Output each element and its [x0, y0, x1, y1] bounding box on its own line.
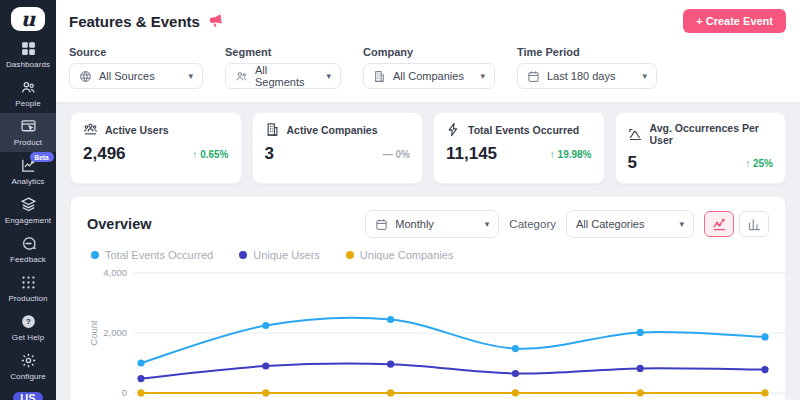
sidebar-item-label: Configure	[10, 372, 46, 381]
chevron-down-icon: ▾	[642, 71, 647, 81]
arrow-up-icon: ↑	[745, 158, 750, 169]
chart-type-toggle	[704, 211, 769, 237]
legend-dot	[346, 251, 354, 259]
line-chart-toggle-button[interactable]	[704, 211, 734, 237]
segment-icon	[235, 70, 248, 83]
stat-value: 11,145	[446, 144, 497, 164]
chevron-down-icon: ▾	[326, 71, 331, 81]
filter-label: Segment	[225, 46, 341, 58]
active-users-icon	[83, 122, 98, 137]
dash-icon: —	[383, 149, 393, 160]
segment-dropdown[interactable]: All Segments ▾	[225, 63, 341, 89]
stat-card-active-companies: Active Companies 3 — 0%	[252, 112, 424, 184]
dropdown-value: Last 180 days	[547, 70, 616, 82]
company-dropdown[interactable]: All Companies ▾	[363, 63, 495, 89]
sidebar: u Dashboards People Product Beta Analyti…	[0, 0, 56, 400]
create-event-button[interactable]: + Create Event	[683, 9, 786, 33]
overview-card: Overview Monthly ▾ Category All Categori…	[70, 196, 786, 400]
stat-card-active-users: Active Users 2,496 ↑ 0.65%	[70, 112, 242, 184]
sidebar-item-analytics[interactable]: Beta Analytics	[0, 152, 56, 191]
sidebar-item-label: Engagement	[5, 216, 51, 225]
filter-bar: Source All Sources ▾ Segment All Segment…	[56, 42, 800, 102]
sidebar-item-label: People	[15, 99, 41, 108]
stat-title: Total Events Occurred	[468, 124, 579, 136]
sidebar-item-configure[interactable]: Configure	[0, 347, 56, 386]
help-icon: ?	[20, 313, 37, 330]
sidebar-item-label: Feedback	[10, 255, 46, 264]
company-icon	[373, 70, 386, 83]
filter-source: Source All Sources ▾	[69, 46, 203, 89]
sidebar-item-engagement[interactable]: Engagement	[0, 191, 56, 230]
stat-delta: ↑ 19.98%	[550, 149, 592, 160]
sidebar-item-label: Analytics	[12, 177, 45, 186]
chevron-down-icon: ▾	[480, 71, 485, 81]
legend-item-unique-users[interactable]: Unique Users	[239, 249, 320, 261]
bar-chart-toggle-button[interactable]	[739, 211, 769, 237]
stat-title: Avg. Occurrences Per User	[650, 122, 774, 146]
filter-time-period: Time Period Last 180 days ▾	[517, 46, 657, 89]
gear-icon	[20, 352, 37, 369]
people-icon	[20, 79, 37, 96]
category-dropdown[interactable]: All Categories ▾	[566, 210, 694, 238]
feedback-icon	[20, 235, 37, 252]
category-label: Category	[509, 218, 556, 230]
sidebar-item-label: Product	[14, 138, 42, 147]
beta-badge: Beta	[30, 152, 54, 162]
stat-value: 2,496	[83, 144, 126, 164]
stats-row: Active Users 2,496 ↑ 0.65% Active Compan…	[70, 112, 786, 184]
chart-area: 02,0004,000CountAug 2023Sep 2023Oct 2023…	[87, 263, 769, 400]
dropdown-value: All Segments	[255, 64, 319, 88]
sidebar-item-label: Dashboards	[6, 60, 50, 69]
engagement-icon	[20, 196, 37, 213]
sidebar-item-label: Production	[8, 294, 47, 303]
filter-label: Time Period	[517, 46, 657, 58]
chevron-down-icon: ▾	[188, 71, 193, 81]
content-area: Active Users 2,496 ↑ 0.65% Active Compan…	[56, 102, 800, 400]
filter-segment: Segment All Segments ▾	[225, 46, 341, 89]
stat-card-total-events: Total Events Occurred 11,145 ↑ 19.98%	[433, 112, 605, 184]
sidebar-item-people[interactable]: People	[0, 74, 56, 113]
legend-label: Unique Users	[253, 249, 320, 261]
userpilot-logo[interactable]: u	[11, 7, 45, 31]
filter-company: Company All Companies ▾	[363, 46, 495, 89]
sidebar-item-feedback[interactable]: Feedback	[0, 230, 56, 269]
stat-value: 3	[265, 144, 274, 164]
stat-title: Active Users	[105, 124, 169, 136]
lightning-icon	[446, 122, 461, 137]
source-dropdown[interactable]: All Sources ▾	[69, 63, 203, 89]
legend-label: Total Events Occurred	[105, 249, 213, 261]
calendar-icon	[375, 218, 388, 231]
dropdown-value: All Categories	[576, 218, 644, 230]
legend-item-total-events[interactable]: Total Events Occurred	[91, 249, 213, 261]
source-icon	[79, 70, 92, 83]
sidebar-item-product[interactable]: Product	[0, 113, 56, 152]
svg-text:Count: Count	[88, 320, 99, 346]
svg-text:2,000: 2,000	[103, 327, 127, 338]
user-avatar[interactable]: US	[13, 392, 43, 400]
sidebar-item-production[interactable]: Production	[0, 269, 56, 308]
time-period-dropdown[interactable]: Last 180 days ▾	[517, 63, 657, 89]
product-icon	[20, 118, 37, 135]
stat-card-avg-occurrences: Avg. Occurrences Per User 5 ↑ 25%	[615, 112, 787, 184]
sidebar-item-dashboards[interactable]: Dashboards	[0, 35, 56, 74]
arrow-up-icon: ↑	[550, 149, 555, 160]
page-header: Features & Events + Create Event	[56, 0, 800, 42]
dropdown-value: Monthly	[395, 218, 434, 230]
stat-title: Active Companies	[287, 124, 378, 136]
stat-delta: — 0%	[383, 149, 410, 160]
chevron-down-icon: ▾	[485, 219, 490, 229]
stat-delta: ↑ 0.65%	[192, 149, 228, 160]
period-dropdown[interactable]: Monthly ▾	[365, 210, 499, 238]
sidebar-item-get-help[interactable]: ? Get Help	[0, 308, 56, 347]
dashboards-icon	[20, 40, 37, 57]
stat-delta: ↑ 25%	[745, 158, 773, 169]
arrow-up-icon: ↑	[192, 149, 197, 160]
main-area: Features & Events + Create Event Source …	[56, 0, 800, 400]
analytics-icon: Beta	[20, 157, 37, 174]
chart-legend: Total Events Occurred Unique Users Uniqu…	[91, 249, 769, 261]
filter-label: Company	[363, 46, 495, 58]
overview-chart[interactable]: 02,0004,000CountAug 2023Sep 2023Oct 2023…	[87, 263, 791, 400]
legend-item-unique-companies[interactable]: Unique Companies	[346, 249, 454, 261]
overview-title: Overview	[87, 216, 152, 232]
production-icon	[20, 274, 37, 291]
